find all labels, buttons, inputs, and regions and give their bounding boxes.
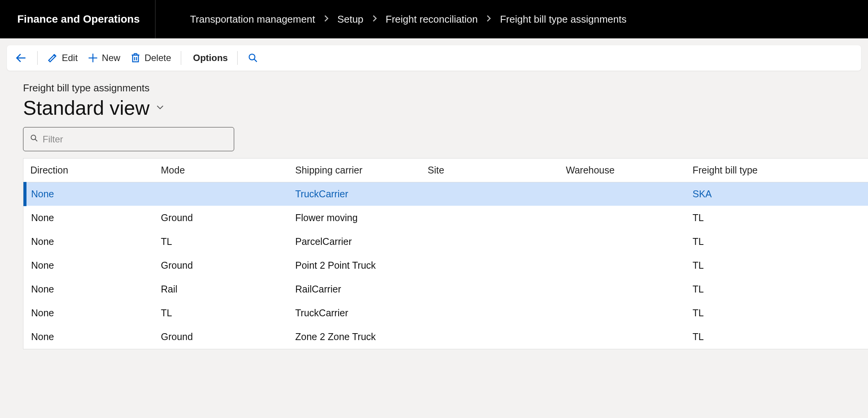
col-header-warehouse[interactable]: Warehouse	[560, 159, 687, 182]
breadcrumb-item-2[interactable]: Freight reconciliation	[386, 13, 478, 25]
view-selector[interactable]: Standard view	[23, 96, 845, 119]
chevron-down-icon	[155, 101, 165, 115]
cell-fbt[interactable]: TL	[687, 301, 868, 325]
action-bar: Edit New Delete Options	[7, 45, 861, 71]
data-grid[interactable]: Direction Mode Shipping carrier Site War…	[23, 158, 868, 349]
cell-mode[interactable]: TL	[155, 230, 290, 254]
topbar: Finance and Operations Transportation ma…	[0, 0, 868, 38]
cell-mode[interactable]: TL	[155, 301, 290, 325]
delete-button[interactable]: Delete	[130, 52, 171, 64]
cell-mode[interactable]: Ground	[155, 254, 290, 278]
cell-site[interactable]	[422, 230, 560, 254]
table-row[interactable]: NoneTLTruckCarrierTL	[25, 301, 868, 325]
search-icon	[30, 134, 39, 145]
cell-site[interactable]	[422, 301, 560, 325]
table-row[interactable]: NoneGroundPoint 2 Point TruckTL	[25, 254, 868, 278]
cell-warehouse[interactable]	[560, 182, 687, 206]
new-button[interactable]: New	[87, 52, 120, 64]
cell-fbt[interactable]: TL	[687, 278, 868, 301]
cell-carrier[interactable]: RailCarrier	[290, 278, 422, 301]
cell-warehouse[interactable]	[560, 325, 687, 349]
breadcrumb-item-3[interactable]: Freight bill type assignments	[500, 13, 626, 25]
cell-carrier[interactable]: Zone 2 Zone Truck	[290, 325, 422, 349]
cell-direction[interactable]: None	[25, 230, 155, 254]
brand-label[interactable]: Finance and Operations	[17, 0, 155, 38]
cell-site[interactable]	[422, 206, 560, 230]
cell-mode[interactable]: Rail	[155, 278, 290, 301]
cell-carrier[interactable]: Flower moving	[290, 206, 422, 230]
filter-box[interactable]	[23, 127, 234, 151]
cell-warehouse[interactable]	[560, 278, 687, 301]
cell-fbt[interactable]: TL	[687, 206, 868, 230]
svg-line-13	[35, 139, 38, 141]
svg-point-12	[31, 135, 36, 140]
cell-warehouse[interactable]	[560, 301, 687, 325]
cell-carrier[interactable]: TruckCarrier	[290, 301, 422, 325]
cell-direction[interactable]: None	[25, 182, 155, 206]
table-row[interactable]: NoneTLParcelCarrierTL	[25, 230, 868, 254]
separator	[181, 51, 181, 65]
cell-fbt[interactable]: TL	[687, 254, 868, 278]
svg-line-11	[255, 59, 257, 62]
cell-warehouse[interactable]	[560, 206, 687, 230]
new-button-label: New	[102, 53, 120, 63]
back-button[interactable]	[15, 51, 28, 64]
cell-site[interactable]	[422, 254, 560, 278]
cell-fbt[interactable]: SKA	[687, 182, 868, 206]
search-button[interactable]	[247, 52, 259, 64]
page-header: Freight bill type assignments Standard v…	[0, 71, 868, 123]
svg-rect-3	[133, 55, 139, 62]
breadcrumb: Transportation management Setup Freight …	[190, 13, 627, 25]
cell-site[interactable]	[422, 278, 560, 301]
cell-mode[interactable]	[155, 182, 290, 206]
col-header-direction[interactable]: Direction	[25, 159, 155, 182]
cell-carrier[interactable]: ParcelCarrier	[290, 230, 422, 254]
delete-button-label: Delete	[144, 53, 171, 63]
chevron-right-icon	[322, 13, 331, 25]
table-row[interactable]: NoneRailRailCarrierTL	[25, 278, 868, 301]
table-row[interactable]: NoneGroundZone 2 Zone TruckTL	[25, 325, 868, 349]
cell-direction[interactable]: None	[25, 278, 155, 301]
col-header-mode[interactable]: Mode	[155, 159, 290, 182]
table-row[interactable]: NoneGroundFlower movingTL	[25, 206, 868, 230]
cell-direction[interactable]: None	[25, 325, 155, 349]
separator	[237, 51, 238, 65]
page-subtitle: Freight bill type assignments	[23, 82, 845, 94]
cell-site[interactable]	[422, 325, 560, 349]
cell-direction[interactable]: None	[25, 206, 155, 230]
edit-button[interactable]: Edit	[47, 52, 78, 64]
cell-direction[interactable]: None	[25, 301, 155, 325]
grid-header-row: Direction Mode Shipping carrier Site War…	[25, 159, 868, 182]
cell-direction[interactable]: None	[25, 254, 155, 278]
breadcrumb-item-0[interactable]: Transportation management	[190, 13, 315, 25]
options-button[interactable]: Options	[193, 53, 228, 63]
cell-mode[interactable]: Ground	[155, 206, 290, 230]
table-row[interactable]: NoneTruckCarrierSKA	[25, 182, 868, 206]
col-header-carrier[interactable]: Shipping carrier	[290, 159, 422, 182]
chevron-right-icon	[484, 13, 493, 25]
cell-warehouse[interactable]	[560, 230, 687, 254]
cell-fbt[interactable]: TL	[687, 230, 868, 254]
breadcrumb-item-1[interactable]: Setup	[337, 13, 364, 25]
col-header-site[interactable]: Site	[422, 159, 560, 182]
edit-button-label: Edit	[62, 53, 78, 63]
options-button-label: Options	[193, 53, 228, 63]
separator	[37, 51, 38, 65]
cell-site[interactable]	[422, 182, 560, 206]
svg-point-10	[249, 54, 255, 60]
cell-carrier[interactable]: Point 2 Point Truck	[290, 254, 422, 278]
filter-input[interactable]	[43, 134, 228, 145]
col-header-fbt[interactable]: Freight bill type	[687, 159, 868, 182]
page-title: Standard view	[23, 96, 150, 119]
chevron-right-icon	[370, 13, 379, 25]
cell-warehouse[interactable]	[560, 254, 687, 278]
cell-mode[interactable]: Ground	[155, 325, 290, 349]
cell-fbt[interactable]: TL	[687, 325, 868, 349]
cell-carrier[interactable]: TruckCarrier	[290, 182, 422, 206]
